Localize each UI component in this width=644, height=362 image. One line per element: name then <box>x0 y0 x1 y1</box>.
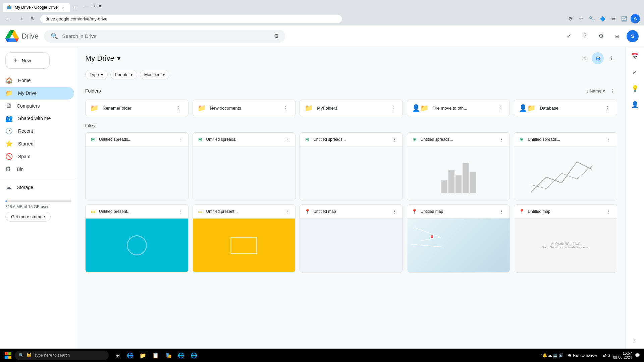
sidebar-item-spam[interactable]: 🚫 Spam <box>0 150 74 163</box>
tasks-panel-icon[interactable]: ✓ <box>628 66 642 79</box>
folder-card[interactable]: 📁 MyFolder1 ⋮ <box>300 100 403 116</box>
profile-avatar[interactable]: S <box>631 14 640 23</box>
file-menu-button[interactable]: ⋮ <box>176 207 184 216</box>
settings-icon[interactable]: ⚙ <box>594 29 608 43</box>
notification-center-icon[interactable]: 💬 <box>633 351 641 359</box>
nav-app1[interactable]: 🔧 <box>588 15 596 23</box>
spreadsheet-icon: ⊞ <box>304 136 311 143</box>
file-menu-button[interactable]: ⋮ <box>497 207 505 216</box>
modified-filter-button[interactable]: Modified ▾ <box>140 70 169 79</box>
tray-volume-icon[interactable]: 🔊 <box>558 353 564 358</box>
tray-expand-icon[interactable]: ^ <box>540 354 542 357</box>
nav-app2[interactable]: 🔷 <box>598 15 606 23</box>
taskbar-chrome-icon[interactable]: 🌐 <box>175 349 187 361</box>
user-avatar[interactable]: S <box>627 30 639 42</box>
file-menu-button[interactable]: ⋮ <box>390 135 398 143</box>
extensions-icon[interactable]: ⚙ <box>566 15 574 23</box>
drive-title[interactable]: My Drive ▾ <box>85 54 121 63</box>
file-menu-button[interactable]: ⋮ <box>390 207 398 216</box>
new-tab-button[interactable]: + <box>71 4 79 12</box>
help-icon[interactable]: ? <box>578 29 592 43</box>
file-card[interactable]: 📍 Untitled map ⋮ <box>300 204 403 273</box>
file-card[interactable]: ⊞ Untitled spreads... ⋮ <box>514 132 617 200</box>
file-menu-button[interactable]: ⋮ <box>176 135 184 143</box>
sidebar-item-storage[interactable]: ☁ Storage <box>0 181 74 194</box>
folders-more-button[interactable]: ⋮ <box>608 86 617 96</box>
people-filter-button[interactable]: People ▾ <box>110 70 137 79</box>
file-card[interactable]: ▭ Untitled present... ⋮ <box>193 204 296 273</box>
sidebar-item-home[interactable]: 🏠 Home <box>0 74 74 87</box>
expand-panel-button[interactable]: › <box>631 334 639 346</box>
sidebar-item-computers[interactable]: 🖥 Computers <box>0 100 74 112</box>
folder-card[interactable]: 📁 RenameFolder ⋮ <box>85 100 189 116</box>
active-tab[interactable]: My Drive - Google Drive ✕ <box>3 3 70 12</box>
info-button[interactable]: ℹ <box>605 52 617 64</box>
sidebar-item-my-drive[interactable]: 📁 My Drive <box>0 87 74 100</box>
bookmark-icon[interactable]: ☆ <box>577 15 585 23</box>
search-bar[interactable]: 🔍 ⚙ <box>44 30 285 43</box>
folder-card[interactable]: 👤📁 File move to oth... ⋮ <box>407 100 510 116</box>
file-name: Untitled present... <box>99 209 173 214</box>
folder-more-button[interactable]: ⋮ <box>281 103 290 113</box>
file-card[interactable]: ⊞ Untitled spreads... ⋮ <box>407 132 510 200</box>
file-card[interactable]: ▭ Untitled present... ⋮ <box>85 204 189 273</box>
folder-more-button[interactable]: ⋮ <box>388 103 398 113</box>
tray-cloud-icon[interactable]: ☁ <box>548 353 552 358</box>
folder-card[interactable]: 📁 New documents ⋮ <box>193 100 296 116</box>
taskbar-clock[interactable]: 15:57 08-08-2024 <box>613 351 632 359</box>
forward-button[interactable]: → <box>16 14 25 23</box>
file-menu-button[interactable]: ⋮ <box>283 207 291 216</box>
folder-more-button[interactable]: ⋮ <box>174 103 183 113</box>
tasks-icon[interactable]: ✓ <box>562 29 576 43</box>
taskbar-search[interactable]: 🔍 🐱 Type here to search <box>15 351 109 360</box>
file-menu-button[interactable]: ⋮ <box>283 135 291 143</box>
apps-icon[interactable]: ⊞ <box>610 29 624 43</box>
file-card[interactable]: ⊞ Untitled spreads... ⋮ <box>85 132 189 200</box>
taskbar-browser-icon[interactable]: 🌐 <box>124 349 136 361</box>
tray-monitor-icon[interactable]: 💻 <box>553 353 558 358</box>
file-name: Untitled spreads... <box>528 137 602 142</box>
grid-view-button[interactable]: ⊞ <box>592 52 604 64</box>
file-card[interactable]: 📍 Untitled map ⋮ Activate Windows Go to … <box>514 204 617 273</box>
keep-icon[interactable]: 💡 <box>628 82 642 95</box>
taskbar-chrome2-icon[interactable]: 🌐 <box>188 349 200 361</box>
refresh-button[interactable]: ↻ <box>28 14 38 23</box>
taskbar-app2[interactable]: 🎭 <box>162 349 174 361</box>
folder-more-button[interactable]: ⋮ <box>495 103 505 113</box>
taskbar-view-button[interactable]: ⊞ <box>111 349 123 361</box>
tab-close-button[interactable]: ✕ <box>60 5 66 10</box>
weather-widget[interactable]: 🌧 Rain tomorrow <box>565 353 600 358</box>
close-button[interactable]: ✕ <box>98 4 102 8</box>
taskbar-folder-icon[interactable]: 📁 <box>137 349 149 361</box>
file-card[interactable]: 📍 Untitled map ⋮ <box>407 204 510 273</box>
folder-card[interactable]: 👤📁 Database ⋮ <box>514 100 617 116</box>
sort-control[interactable]: ↓ Name ▾ <box>586 88 605 94</box>
folder-more-button[interactable]: ⋮ <box>603 103 612 113</box>
filter-options-icon[interactable]: ⚙ <box>274 33 279 39</box>
sidebar-item-shared[interactable]: 👥 Shared with me <box>0 112 74 125</box>
nav-app4[interactable]: 🔄 <box>620 15 628 23</box>
calendar-icon[interactable]: 📅 <box>628 50 642 63</box>
maximize-button[interactable]: □ <box>91 4 95 8</box>
sidebar-item-bin[interactable]: 🗑 Bin <box>0 163 74 175</box>
minimize-button[interactable]: — <box>85 4 89 8</box>
tray-notification-icon[interactable]: 🔔 <box>542 353 547 358</box>
get-storage-button[interactable]: Get more storage <box>5 212 51 222</box>
new-button[interactable]: + New <box>5 52 50 69</box>
contacts-icon[interactable]: 👤 <box>628 98 642 111</box>
file-menu-button[interactable]: ⋮ <box>497 135 505 143</box>
file-card[interactable]: ⊞ Untitled spreads... ⋮ <box>300 132 403 200</box>
sidebar-item-starred[interactable]: ⭐ Starred <box>0 137 74 150</box>
search-input[interactable] <box>62 33 270 39</box>
file-card[interactable]: ⊞ Untitled spreads... ⋮ <box>193 132 296 200</box>
back-button[interactable]: ← <box>4 14 13 23</box>
address-bar[interactable]: drive.google.com/drive/my-drive <box>40 15 342 23</box>
file-menu-button[interactable]: ⋮ <box>605 135 613 143</box>
sidebar-item-recent[interactable]: 🕐 Recent <box>0 125 74 137</box>
taskbar-app1[interactable]: 📋 <box>150 349 162 361</box>
nav-app3[interactable]: ⬅ <box>609 15 617 23</box>
file-menu-button[interactable]: ⋮ <box>605 207 613 216</box>
type-filter-button[interactable]: Type ▾ <box>85 70 108 79</box>
list-view-button[interactable]: ≡ <box>578 52 590 64</box>
start-button[interactable] <box>3 350 13 361</box>
